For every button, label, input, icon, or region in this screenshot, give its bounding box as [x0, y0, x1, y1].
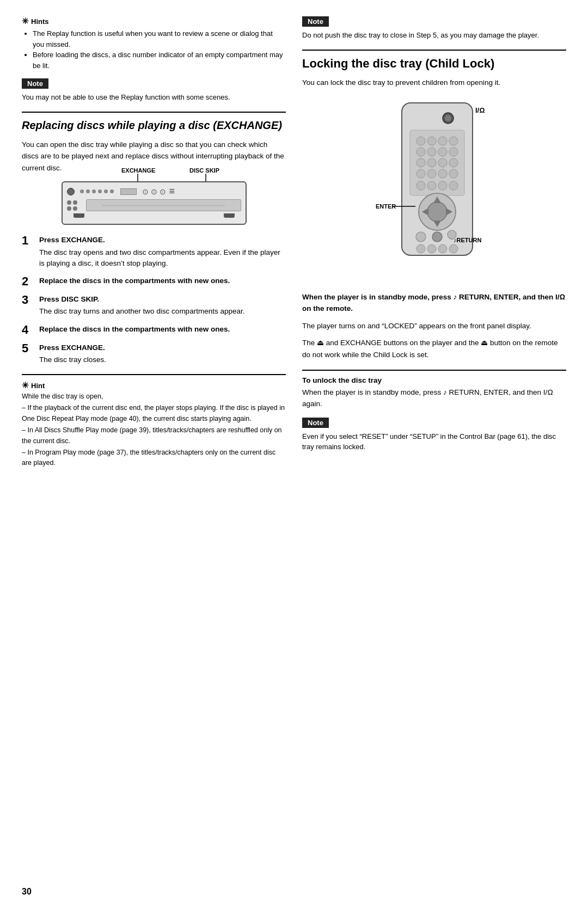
hint2-intro: While the disc tray is open, — [22, 391, 286, 402]
lock-body2: The ⏏ and EXCHANGE buttons on the player… — [302, 337, 566, 360]
svg-point-27 — [438, 181, 447, 190]
svg-point-12 — [449, 137, 458, 145]
unlock-body: When the player is in standby mode, pres… — [302, 387, 566, 410]
svg-point-20 — [449, 158, 458, 167]
locking-body: You can lock the disc tray to prevent ch… — [302, 77, 566, 89]
replacing-heading: Replacing discs while playing a disc (EX… — [22, 118, 286, 132]
hint2-item-1: – If the playback of the current disc en… — [22, 403, 286, 424]
dot2 — [86, 189, 90, 193]
disc-skip-icon: ≡ — [169, 186, 175, 197]
note-label-1: Note — [22, 78, 48, 89]
svg-text:I/Ω: I/Ω — [475, 106, 485, 114]
hints-list: The Replay function is useful when you w… — [22, 28, 286, 71]
step-title-2: Replace the discs in the compartments wi… — [39, 277, 230, 285]
svg-point-43 — [427, 244, 436, 253]
tray-area — [86, 199, 241, 211]
svg-point-11 — [438, 137, 447, 145]
step-body-3: The disc tray turns and another two disc… — [39, 306, 244, 317]
device-diagram: EXCHANGE DISC SKIP — [22, 181, 286, 225]
svg-point-41 — [448, 230, 456, 239]
diagram-wrapper: EXCHANGE DISC SKIP — [62, 181, 247, 225]
step-body-5: The disc tray closes. — [39, 354, 106, 365]
svg-point-10 — [427, 137, 436, 145]
disc-icon2: ⊙ — [151, 187, 157, 196]
svg-point-23 — [438, 169, 447, 178]
svg-point-24 — [449, 169, 458, 178]
step-number-4: 4 — [22, 324, 34, 336]
small-btn4 — [73, 206, 77, 211]
left-column: ✳ Hints The Replay function is useful wh… — [22, 16, 286, 470]
svg-text:ENTER: ENTER — [376, 203, 396, 210]
svg-point-25 — [416, 181, 425, 190]
step-item-2: 2 Replace the discs in the compartments … — [22, 275, 286, 287]
hint2-item-3: – In Program Play mode (page 37), the ti… — [22, 448, 286, 469]
page-number: 30 — [22, 887, 32, 897]
svg-point-7 — [445, 115, 451, 121]
step-content-1: Press EXCHANGE. The disc tray opens and … — [39, 235, 286, 269]
sun-icon: ✳ — [22, 16, 29, 26]
lock-body1: The player turns on and “LOCKED” appears… — [302, 320, 566, 332]
svg-point-18 — [427, 158, 436, 167]
hint2-item-2: – In All Discs Shuffle Play mode (page 3… — [22, 425, 286, 446]
step-item-1: 1 Press EXCHANGE. The disc tray opens an… — [22, 235, 286, 269]
lock-instruction: When the player is in standby mode, pres… — [302, 291, 566, 315]
device-display — [120, 188, 137, 195]
svg-point-19 — [438, 158, 447, 167]
svg-point-16 — [449, 148, 458, 156]
power-button-device — [67, 188, 75, 195]
svg-point-14 — [427, 148, 436, 156]
step-content-3: Press DISC SKIP. The disc tray turns and… — [39, 294, 244, 317]
remote-svg: I/Ω — [369, 97, 511, 283]
step-number-3: 3 — [22, 294, 34, 306]
right-note-text-1: Do not push the disc tray to close in St… — [302, 30, 566, 41]
step-title-5: Press EXCHANGE. — [39, 344, 105, 352]
small-btn3 — [67, 206, 71, 211]
hints-title: ✳ Hints — [22, 16, 286, 26]
svg-point-13 — [416, 148, 425, 156]
section-divider-2 — [22, 374, 286, 375]
right-note-label-1: Note — [302, 16, 329, 27]
svg-point-40 — [432, 232, 442, 242]
right-note-box-2: Note Even if you select “RESET” under “S… — [302, 418, 566, 452]
foot-right — [224, 213, 235, 218]
svg-point-17 — [416, 158, 425, 167]
svg-point-32 — [427, 202, 447, 222]
hint2-box: ✳ Hint While the disc tray is open, – If… — [22, 381, 286, 469]
dot3 — [92, 189, 96, 193]
lock-instruction-bold: When the player is in standby mode, pres… — [302, 293, 565, 313]
small-btn2 — [73, 200, 77, 205]
svg-point-15 — [438, 148, 447, 156]
step-body-1: The disc tray opens and two disc compart… — [39, 247, 286, 269]
right-section-divider-1 — [302, 50, 566, 51]
section-divider-1 — [22, 112, 286, 113]
right-section-divider-2 — [302, 370, 566, 371]
hint2-title-text: Hint — [31, 382, 45, 390]
svg-point-39 — [416, 232, 426, 242]
note-box-1: Note You may not be able to use the Repl… — [22, 78, 286, 103]
locking-heading: Locking the disc tray (Child Lock) — [302, 56, 566, 72]
svg-point-28 — [449, 181, 458, 190]
step-content-2: Replace the discs in the compartments wi… — [39, 275, 230, 286]
step-title-3: Press DISC SKIP. — [39, 295, 99, 303]
svg-point-42 — [416, 244, 425, 253]
dot6 — [110, 189, 114, 193]
svg-point-22 — [427, 169, 436, 178]
svg-point-26 — [427, 181, 436, 190]
right-note-text-2: Even if you select “RESET” under “SETUP”… — [302, 431, 566, 452]
hint2-body: While the disc tray is open, – If the pl… — [22, 391, 286, 469]
step-item-4: 4 Replace the discs in the compartments … — [22, 324, 286, 336]
step-item-3: 3 Press DISC SKIP. The disc tray turns a… — [22, 294, 286, 317]
remote-diagram: I/Ω — [313, 97, 566, 283]
steps-list: 1 Press EXCHANGE. The disc tray opens an… — [22, 235, 286, 365]
svg-point-44 — [438, 244, 447, 253]
foot-left — [74, 213, 84, 218]
note-text-1: You may not be able to use the Replay fu… — [22, 92, 286, 103]
right-column: Note Do not push the disc tray to close … — [302, 16, 566, 470]
unlock-heading: To unlock the disc tray — [302, 376, 566, 384]
step-number-2: 2 — [22, 275, 34, 287]
right-note-box-1: Note Do not push the disc tray to close … — [302, 16, 566, 41]
step-item-5: 5 Press EXCHANGE. The disc tray closes. — [22, 342, 286, 366]
device-body: ⊙ ⊙ ⊙ ≡ — [62, 181, 247, 225]
step-number-5: 5 — [22, 342, 34, 354]
disc-icon3: ⊙ — [160, 187, 166, 196]
